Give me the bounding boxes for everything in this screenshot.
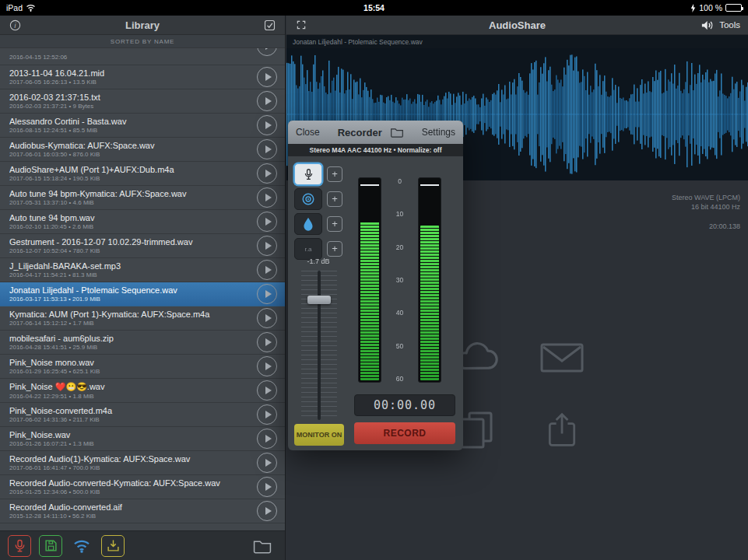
file-name: AudioShare+AUM (Port 1)+AUFX:Dub.m4a — [9, 165, 248, 174]
play-icon — [265, 242, 272, 250]
file-meta: 2016-02-03 21:37:21 • 9 Bytes — [9, 103, 248, 110]
recordings-folder-button[interactable] — [390, 127, 404, 138]
file-meta: 2017-05-31 13:37:10 • 4.6 MiB — [9, 199, 248, 206]
play-icon — [265, 411, 272, 418]
list-item[interactable]: Pink_Noise-converted.m4a 2017-06-02 14:3… — [0, 403, 285, 427]
source-camera-button[interactable] — [294, 188, 322, 210]
info-button[interactable]: i — [9, 19, 21, 31]
file-name: Pink_Noise-converted.m4a — [9, 406, 248, 415]
list-item[interactable]: 2016-04-15 12:52:06 — [0, 48, 285, 65]
play-button[interactable] — [257, 356, 277, 376]
list-item[interactable]: Recorded Audio-converted.aif 2015-12-28 … — [0, 499, 285, 523]
play-button[interactable] — [257, 163, 277, 184]
list-item[interactable]: Jonatan Liljedahl - Ptolemaic Sequence.w… — [0, 282, 285, 306]
file-meta: 2015-12-28 14:11:10 • 56.2 KiB — [9, 513, 248, 520]
play-button[interactable] — [257, 48, 277, 56]
monitor-toggle-button[interactable]: MONITOR ON — [294, 424, 344, 446]
play-button[interactable] — [257, 332, 277, 352]
clock: 15:54 — [0, 3, 748, 12]
file-name: Kymatica: AUM (Port 1)-Kymatica: AUFX:Sp… — [9, 310, 248, 319]
play-button[interactable] — [257, 404, 277, 425]
mail-button[interactable] — [525, 331, 599, 384]
file-meta: 2016-03-17 11:53:13 • 201.9 MiB — [9, 296, 248, 303]
play-button[interactable] — [257, 429, 277, 449]
fader-handle[interactable] — [307, 296, 331, 304]
wifi-icon — [73, 539, 90, 553]
file-name: mobilesafari - aum6plus.zip — [9, 334, 248, 343]
file-meta: 2017-06-01 16:03:50 • 876.0 KiB — [9, 151, 248, 158]
save-tool-button[interactable] — [39, 535, 62, 557]
file-meta: 2017-06-05 16:26:13 • 13.5 KiB — [9, 79, 248, 86]
list-item[interactable]: Kymatica: AUM (Port 1)-Kymatica: AUFX:Sp… — [0, 306, 285, 331]
fullscreen-button[interactable] — [296, 19, 307, 30]
file-name: Gestrument - 2016-12-07 10.02.29-trimmed… — [9, 237, 248, 247]
list-item[interactable]: AudioShare+AUM (Port 1)+AUFX:Dub.m4a 201… — [0, 162, 285, 186]
file-meta: 2016-04-22 12:29:51 • 1.8 MiB — [9, 393, 248, 400]
file-name: Pink_Noise.wav — [9, 430, 248, 439]
list-item[interactable]: Alessandro Cortini - Basta.wav 2016-08-1… — [0, 114, 285, 138]
add-source-audiobus-button[interactable]: + — [327, 216, 342, 232]
file-meta: 2017-06-14 15:12:12 • 1.7 MiB — [9, 320, 248, 327]
play-button[interactable] — [257, 115, 277, 135]
settings-button[interactable]: Settings — [422, 127, 455, 138]
source-mic-button[interactable] — [294, 163, 322, 185]
list-item[interactable]: Recorded Audio-converted-Kymatica: AUFX:… — [0, 475, 285, 499]
play-button[interactable] — [257, 284, 277, 304]
folder-icon — [390, 127, 404, 138]
play-button[interactable] — [257, 91, 277, 111]
file-meta: 2017-06-15 15:18:24 • 190.5 KiB — [9, 175, 248, 182]
play-button[interactable] — [257, 212, 277, 232]
play-button[interactable] — [257, 236, 277, 256]
select-items-button[interactable] — [264, 19, 276, 31]
wifi-tool-button[interactable] — [70, 535, 93, 557]
meter-fill — [360, 222, 379, 380]
folders-button[interactable] — [251, 535, 274, 557]
list-item[interactable]: Auto tune 94 bpm-Kymatica: AUFX:Space.wa… — [0, 186, 285, 210]
file-meta: 2017-06-02 14:31:36 • 211.7 KiB — [9, 416, 248, 423]
play-button[interactable] — [257, 453, 277, 473]
play-icon — [265, 338, 272, 346]
meter-scale-label: 0 — [398, 177, 402, 185]
add-source-camera-button[interactable]: + — [327, 191, 342, 207]
record-button[interactable]: RECORD — [354, 422, 455, 444]
file-name: Alessandro Cortini - Basta.wav — [9, 117, 248, 126]
file-meta: 2016-01-26 16:07:21 • 1.3 MiB — [9, 440, 248, 447]
list-item[interactable]: Gestrument - 2016-12-07 10.02.29-trimmed… — [0, 234, 285, 258]
recorder-title: Recorder — [338, 127, 382, 138]
play-button[interactable] — [257, 67, 277, 87]
record-tool-button[interactable] — [8, 535, 31, 557]
play-button[interactable] — [257, 139, 277, 159]
close-button[interactable]: Close — [296, 127, 320, 138]
file-meta: 2017-06-01 16:41:47 • 700.0 KiB — [9, 464, 248, 471]
list-item[interactable]: Pink_Noise ❤️😬😎.wav 2016-04-22 12:29:51 … — [0, 379, 285, 403]
volume-button[interactable] — [701, 19, 715, 31]
list-item[interactable]: 2016-02-03 21:37:15.txt 2016-02-03 21:37… — [0, 89, 285, 114]
recorder-header: Close Recorder Settings — [288, 121, 463, 144]
list-item[interactable]: Auto tune 94 bpm.wav 2016-02-10 11:20:45… — [0, 210, 285, 234]
source-iaa-button[interactable]: r.a — [294, 238, 322, 260]
list-item[interactable]: 2013-11-04 16.04.21.mid 2017-06-05 16:26… — [0, 65, 285, 89]
add-source-iaa-button[interactable]: + — [327, 241, 342, 257]
file-name: Audiobus-Kymatica: AUFX:Space.wav — [9, 141, 248, 150]
list-item[interactable]: Audiobus-Kymatica: AUFX:Space.wav 2017-0… — [0, 138, 285, 162]
import-export-tool-button[interactable] — [101, 535, 125, 557]
play-button[interactable] — [257, 308, 277, 328]
share-button[interactable] — [525, 404, 599, 457]
list-item[interactable]: J_Liljedahl-BARAKA-set.mp3 2016-04-17 11… — [0, 258, 285, 282]
play-button[interactable] — [257, 477, 277, 497]
list-item[interactable]: Pink_Noise.wav 2016-01-26 16:07:21 • 1.3… — [0, 427, 285, 451]
tools-button[interactable]: Tools — [719, 20, 740, 30]
source-audiobus-button[interactable] — [294, 213, 322, 235]
play-button[interactable] — [257, 187, 277, 208]
gain-fader[interactable] — [296, 271, 342, 420]
list-item[interactable]: Pink_Noise mono.wav 2016-01-29 16:25:45 … — [0, 355, 285, 379]
share-icon — [543, 411, 581, 450]
play-button[interactable] — [257, 501, 277, 521]
add-source-mic-button[interactable]: + — [327, 166, 342, 182]
list-item[interactable]: Recorded Audio(1)-Kymatica: AUFX:Space.w… — [0, 451, 285, 475]
play-button[interactable] — [257, 380, 277, 401]
recording-format-bar: Stereo M4A AAC 44100 Hz • Normalize: off — [288, 144, 463, 156]
play-button[interactable] — [257, 260, 277, 280]
screen: iPad 15:54 100 % Library i SORTED BY NAM — [0, 0, 748, 560]
list-item[interactable]: mobilesafari - aum6plus.zip 2016-04-28 1… — [0, 331, 285, 355]
